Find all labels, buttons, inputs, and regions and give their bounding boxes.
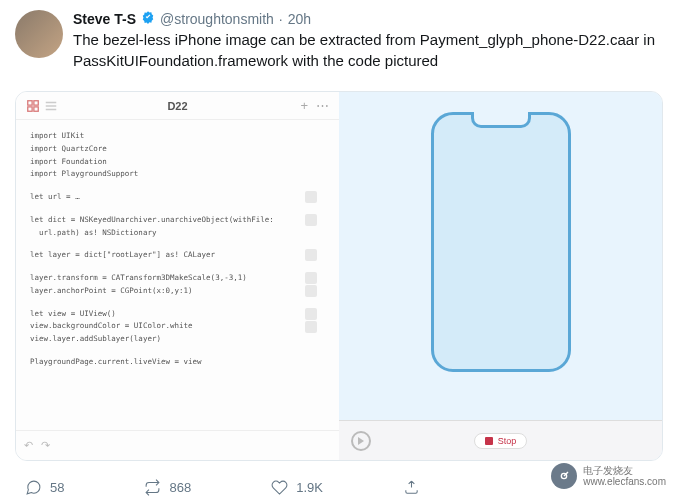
code-line: PlaygroundPage.current.liveView = view <box>30 356 325 369</box>
tweet-header: Steve T-S @stroughtonsmith · 20h The bez… <box>15 10 663 71</box>
heart-icon <box>271 479 288 496</box>
grid-icon[interactable] <box>26 99 40 113</box>
more-icon[interactable]: ⋯ <box>316 98 329 113</box>
stop-button[interactable]: Stop <box>474 433 528 449</box>
reply-count: 58 <box>50 480 64 495</box>
svg-rect-0 <box>28 100 32 104</box>
phone-notch <box>471 112 531 128</box>
tweet-text: The bezel-less iPhone image can be extra… <box>73 29 663 71</box>
reply-icon <box>25 479 42 496</box>
retweet-icon <box>144 479 161 496</box>
result-badge[interactable] <box>305 214 317 226</box>
code-line: let dict = NSKeyedUnarchiver.unarchiveOb… <box>30 214 325 240</box>
code-line: layer.anchorPoint = CGPoint(x:0,y:1) <box>30 285 325 298</box>
watermark: 电子发烧友 www.elecfans.com <box>551 463 666 489</box>
preview-pane: Stop <box>339 92 662 460</box>
code-footer: ↶ ↷ <box>16 430 339 460</box>
code-line: import Foundation <box>30 156 325 169</box>
code-toolbar: D22 + ⋯ <box>16 92 339 120</box>
add-icon[interactable]: + <box>300 98 308 113</box>
svg-rect-2 <box>28 106 32 110</box>
code-line: let url = … <box>30 191 325 204</box>
display-name[interactable]: Steve T-S <box>73 11 136 27</box>
tweet: Steve T-S @stroughtonsmith · 20h The bez… <box>0 0 678 81</box>
result-badge[interactable] <box>305 321 317 333</box>
tweet-meta: Steve T-S @stroughtonsmith · 20h <box>73 10 663 27</box>
watermark-logo-icon <box>551 463 577 489</box>
result-badge[interactable] <box>305 308 317 320</box>
code-line: import UIKit <box>30 130 325 143</box>
code-line: view.backgroundColor = UIColor.white <box>30 320 325 333</box>
timestamp[interactable]: 20h <box>288 11 311 27</box>
share-button[interactable] <box>403 479 420 496</box>
retweet-button[interactable]: 868 <box>144 479 191 496</box>
code-line: view.layer.addSublayer(layer) <box>30 333 325 346</box>
like-button[interactable]: 1.9K <box>271 479 323 496</box>
code-line: import PlaygroundSupport <box>30 168 325 181</box>
preview-body <box>339 92 662 420</box>
like-count: 1.9K <box>296 480 323 495</box>
preview-controls: Stop <box>339 420 662 460</box>
code-pane: D22 + ⋯ import UIKit import QuartzCore i… <box>16 92 339 460</box>
run-button[interactable] <box>351 431 371 451</box>
redo-icon[interactable]: ↷ <box>41 439 50 452</box>
share-icon <box>403 479 420 496</box>
code-body[interactable]: import UIKit import QuartzCore import Fo… <box>16 120 339 430</box>
watermark-title: 电子发烧友 <box>583 465 666 476</box>
file-title: D22 <box>167 100 187 112</box>
separator: · <box>279 11 283 27</box>
result-badge[interactable] <box>305 249 317 261</box>
result-badge[interactable] <box>305 272 317 284</box>
undo-icon[interactable]: ↶ <box>24 439 33 452</box>
avatar[interactable] <box>15 10 63 58</box>
svg-rect-3 <box>34 106 38 110</box>
handle[interactable]: @stroughtonsmith <box>160 11 274 27</box>
svg-rect-1 <box>34 100 38 104</box>
retweet-count: 868 <box>169 480 191 495</box>
watermark-url: www.elecfans.com <box>583 476 666 487</box>
code-line: import QuartzCore <box>30 143 325 156</box>
list-icon[interactable] <box>44 99 58 113</box>
code-line: layer.transform = CATransform3DMakeScale… <box>30 272 325 285</box>
code-line: let layer = dict["rootLayer"] as! CALaye… <box>30 249 325 262</box>
stop-label: Stop <box>498 436 517 446</box>
code-line: let view = UIView() <box>30 308 325 321</box>
tweet-media: D22 + ⋯ import UIKit import QuartzCore i… <box>15 91 663 461</box>
verified-icon <box>141 10 155 27</box>
result-badge[interactable] <box>305 285 317 297</box>
stop-icon <box>485 437 493 445</box>
result-badge[interactable] <box>305 191 317 203</box>
phone-outline <box>431 112 571 372</box>
reply-button[interactable]: 58 <box>25 479 64 496</box>
